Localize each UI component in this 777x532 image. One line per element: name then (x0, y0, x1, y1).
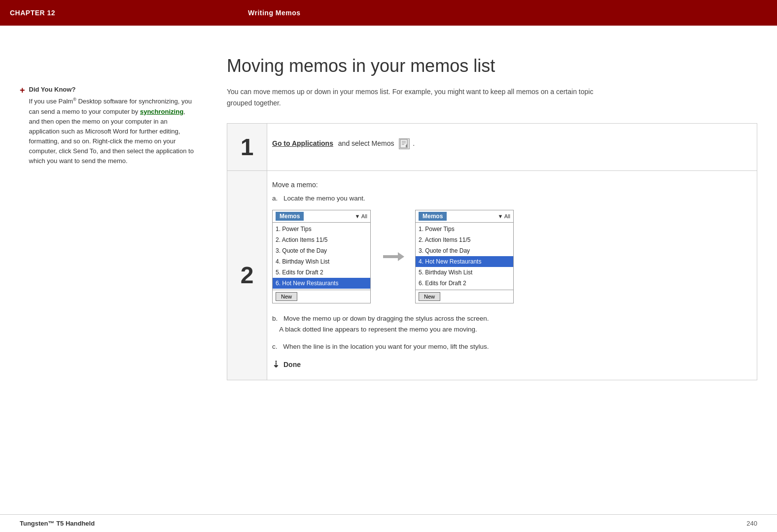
memos-panel-left: Memos ▼ All 1. Power Tips 2. Action Item… (272, 210, 371, 303)
sub-b-text: Move the memo up or down by dragging the… (272, 315, 489, 333)
done-label: Done (283, 361, 301, 368)
did-you-know-text: If you use Palm® Desktop software for sy… (29, 98, 194, 165)
step-1-content: Go to Applications and select Memos (267, 124, 757, 170)
step-2-content: Move a memo: a. Locate the memo you want… (267, 171, 757, 380)
memos-icon (399, 138, 410, 149)
page-heading: Moving memos in your memos list (227, 55, 757, 76)
intro-text: You can move memos up or down in your me… (227, 86, 601, 108)
panel-left-list: 1. Power Tips 2. Action Items 11/5 3. Qu… (273, 223, 370, 290)
page-footer: Tungsten™ T5 Handheld 240 (0, 514, 777, 532)
did-you-know-content: Did You Know? If you use Palm® Desktop s… (29, 85, 197, 166)
plus-icon: + (20, 85, 25, 96)
list-item-selected[interactable]: 4. Hot New Restaurants (416, 256, 513, 267)
panel-left-header: Memos ▼ All (273, 210, 370, 223)
did-you-know-title: Did You Know? (29, 85, 197, 95)
step-2-label: Move a memo: (272, 181, 747, 189)
panel-left-title: Memos (276, 212, 304, 221)
step-1-row: 1 Go to Applications and select Memos (227, 124, 757, 171)
chapter-label: CHAPTER 12 (10, 9, 248, 17)
steps-box: 1 Go to Applications and select Memos (227, 123, 757, 380)
synchronizing-link[interactable]: synchronizing (140, 108, 183, 115)
svg-marker-5 (383, 252, 404, 261)
list-item: 3. Quote of the Day (416, 245, 513, 256)
list-item: 5. Edits for Draft 2 (273, 267, 370, 278)
sub-a-text: Locate the memo you want. (283, 195, 365, 202)
sub-item-c: c. When the line is in the location you … (272, 341, 747, 352)
list-item: 5. Birthday Wish List (416, 267, 513, 278)
panel-left-new-button[interactable]: New (276, 292, 297, 301)
footer-left: Tungsten™ T5 Handheld (20, 520, 95, 527)
sidebar: + Did You Know? If you use Palm® Desktop… (20, 55, 217, 380)
list-item: 4. Birthday Wish List (273, 256, 370, 267)
panel-right-dropdown[interactable]: ▼ All (497, 213, 510, 219)
memos-panels: Memos ▼ All 1. Power Tips 2. Action Item… (272, 210, 747, 303)
page-body: + Did You Know? If you use Palm® Desktop… (0, 26, 777, 410)
sub-a-letter: a. (272, 195, 278, 202)
chapter-title: Writing Memos (248, 9, 301, 17)
step-1-text: Go to Applications and select Memos (272, 133, 747, 154)
step-1-rest: and select Memos (336, 138, 396, 149)
arrow-icon (381, 249, 405, 264)
panel-left-footer: New (273, 290, 370, 303)
step-2-number: 2 (227, 171, 267, 380)
list-item-selected[interactable]: 6. Hot New Restaurants (273, 278, 370, 289)
main-content: Moving memos in your memos list You can … (217, 55, 757, 380)
period: . (413, 138, 415, 149)
sub-item-a: a. Locate the memo you want. (272, 195, 747, 202)
panel-right-list: 1. Power Tips 2. Action Items 11/5 3. Qu… (416, 223, 513, 290)
did-you-know-box: + Did You Know? If you use Palm® Desktop… (20, 85, 197, 166)
list-item: 1. Power Tips (416, 224, 513, 234)
list-item: 2. Action Items 11/5 (416, 234, 513, 245)
page-header: CHAPTER 12 Writing Memos (0, 0, 777, 26)
list-item: 3. Quote of the Day (273, 245, 370, 256)
done-arrow-icon: ⇣ (272, 359, 280, 370)
memos-panel-right: Memos ▼ All 1. Power Tips 2. Action Item… (415, 210, 514, 303)
panel-right-footer: New (416, 290, 513, 303)
panel-right-new-button[interactable]: New (419, 292, 440, 301)
panel-right-title: Memos (419, 212, 447, 221)
sub-c-text: When the line is in the location you wan… (283, 343, 489, 350)
panel-left-dropdown[interactable]: ▼ All (354, 213, 367, 219)
step-1-number: 1 (227, 124, 267, 170)
sub-b-letter: b. (272, 315, 278, 322)
list-item: 6. Edits for Draft 2 (416, 278, 513, 289)
footer-right: 240 (746, 520, 757, 527)
list-item: 1. Power Tips (273, 224, 370, 234)
done-row: ⇣ Done (272, 359, 747, 370)
sub-c-letter: c. (272, 343, 278, 350)
sub-item-b: b. Move the memo up or down by dragging … (272, 313, 747, 334)
go-to-applications[interactable]: Go to Applications (272, 138, 333, 149)
panel-right-header: Memos ▼ All (416, 210, 513, 223)
step-2-row: 2 Move a memo: a. Locate the memo you wa… (227, 171, 757, 380)
list-item: 2. Action Items 11/5 (273, 234, 370, 245)
